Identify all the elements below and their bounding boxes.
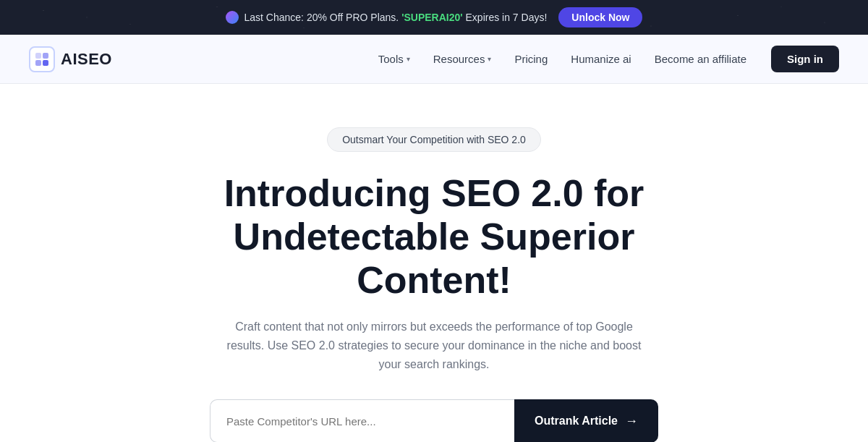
hero-section: Outsmart Your Competition with SEO 2.0 I… <box>0 84 868 442</box>
hero-subtitle: Craft content that not only mirrors but … <box>217 318 651 373</box>
svg-rect-2 <box>35 60 41 66</box>
logo-icon <box>29 46 55 72</box>
arrow-icon: → <box>625 414 638 429</box>
nav-affiliate[interactable]: Become an affiliate <box>644 47 757 71</box>
banner-text: Last Chance: 20% Off PRO Plans. 'SUPERAI… <box>244 12 548 23</box>
hero-input-row: Outrank Article → <box>210 399 658 442</box>
promo-icon <box>226 11 239 24</box>
url-input[interactable] <box>210 399 514 442</box>
nav-resources[interactable]: Resources ▾ <box>423 47 502 71</box>
top-banner: Last Chance: 20% Off PRO Plans. 'SUPERAI… <box>0 0 868 35</box>
svg-rect-3 <box>43 60 48 66</box>
nav-pricing[interactable]: Pricing <box>504 47 558 71</box>
nav-humanize[interactable]: Humanize ai <box>561 47 641 71</box>
hero-title: Introducing SEO 2.0 for Undetectable Sup… <box>159 172 709 302</box>
promo-code: 'SUPERAI20' <box>401 12 462 23</box>
resources-chevron-icon: ▾ <box>488 55 491 63</box>
navbar: AISEO Tools ▾ Resources ▾ Pricing Humani… <box>0 35 868 84</box>
nav-links: Tools ▾ Resources ▾ Pricing Humanize ai … <box>368 46 839 72</box>
unlock-now-button[interactable]: Unlock Now <box>558 7 642 27</box>
svg-rect-0 <box>35 53 41 59</box>
logo-text: AISEO <box>61 50 112 69</box>
svg-rect-1 <box>43 53 48 59</box>
hero-badge: Outsmart Your Competition with SEO 2.0 <box>327 127 541 152</box>
logo[interactable]: AISEO <box>29 46 112 72</box>
outrank-article-button[interactable]: Outrank Article → <box>514 399 658 442</box>
signin-button[interactable]: Sign in <box>771 46 839 72</box>
tools-chevron-icon: ▾ <box>407 55 410 63</box>
nav-tools[interactable]: Tools ▾ <box>368 47 420 71</box>
